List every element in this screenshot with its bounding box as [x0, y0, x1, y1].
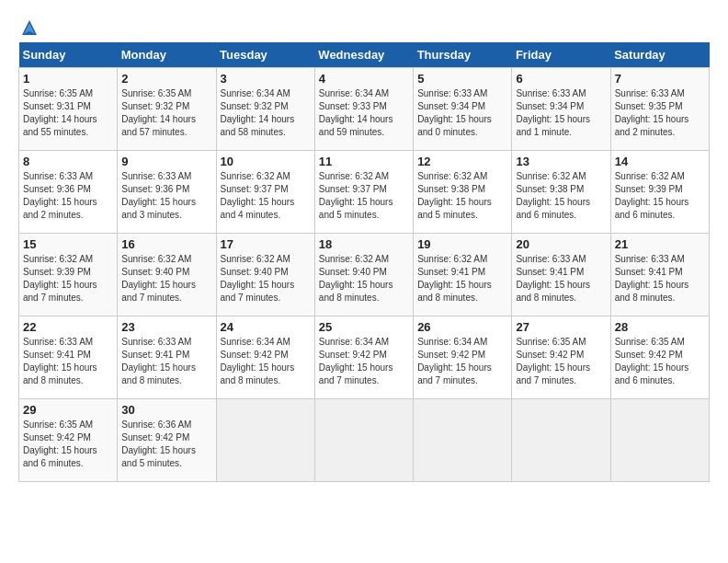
table-row: 7Sunrise: 6:33 AM Sunset: 9:35 PM Daylig… [610, 68, 709, 151]
table-row: 16Sunrise: 6:32 AM Sunset: 9:40 PM Dayli… [118, 234, 216, 316]
day-info: Sunrise: 6:34 AM Sunset: 9:33 PM Dayligh… [319, 87, 409, 139]
day-number: 21 [615, 237, 705, 251]
day-number: 3 [221, 72, 311, 86]
day-info: Sunrise: 6:35 AM Sunset: 9:42 PM Dayligh… [23, 419, 113, 470]
day-info: Sunrise: 6:34 AM Sunset: 9:42 PM Dayligh… [319, 336, 409, 387]
table-row: 14Sunrise: 6:32 AM Sunset: 9:39 PM Dayli… [610, 151, 709, 234]
day-info: Sunrise: 6:32 AM Sunset: 9:37 PM Dayligh… [221, 170, 311, 222]
day-number: 25 [319, 320, 409, 334]
table-row: 30Sunrise: 6:36 AM Sunset: 9:42 PM Dayli… [118, 399, 216, 482]
day-number: 29 [23, 403, 113, 417]
table-row [512, 399, 610, 482]
day-number: 24 [221, 320, 311, 334]
table-row: 13Sunrise: 6:32 AM Sunset: 9:38 PM Dayli… [512, 151, 610, 234]
table-row [414, 399, 512, 482]
day-info: Sunrise: 6:34 AM Sunset: 9:42 PM Dayligh… [417, 336, 507, 387]
table-row: 8Sunrise: 6:33 AM Sunset: 9:36 PM Daylig… [19, 151, 118, 234]
table-row: 6Sunrise: 6:33 AM Sunset: 9:34 PM Daylig… [512, 68, 610, 151]
day-info: Sunrise: 6:33 AM Sunset: 9:41 PM Dayligh… [516, 253, 606, 304]
day-info: Sunrise: 6:32 AM Sunset: 9:40 PM Dayligh… [221, 253, 311, 304]
table-row: 17Sunrise: 6:32 AM Sunset: 9:40 PM Dayli… [216, 234, 314, 316]
day-number: 23 [121, 320, 211, 334]
day-info: Sunrise: 6:33 AM Sunset: 9:34 PM Dayligh… [417, 87, 507, 139]
day-number: 16 [121, 237, 211, 251]
day-info: Sunrise: 6:33 AM Sunset: 9:41 PM Dayligh… [121, 336, 211, 387]
table-row: 25Sunrise: 6:34 AM Sunset: 9:42 PM Dayli… [314, 316, 413, 399]
table-row: 10Sunrise: 6:32 AM Sunset: 9:37 PM Dayli… [216, 151, 314, 234]
table-row: 9Sunrise: 6:33 AM Sunset: 9:36 PM Daylig… [118, 151, 216, 234]
day-info: Sunrise: 6:32 AM Sunset: 9:40 PM Dayligh… [319, 253, 409, 304]
header [18, 18, 710, 33]
day-number: 15 [23, 237, 113, 251]
col-monday: Monday [118, 42, 216, 68]
header-row: Sunday Monday Tuesday Wednesday Thursday… [19, 42, 710, 68]
day-info: Sunrise: 6:34 AM Sunset: 9:32 PM Dayligh… [221, 87, 311, 139]
table-row: 12Sunrise: 6:32 AM Sunset: 9:38 PM Dayli… [414, 151, 512, 234]
day-number: 27 [516, 320, 606, 334]
day-number: 6 [516, 72, 606, 86]
day-info: Sunrise: 6:32 AM Sunset: 9:40 PM Dayligh… [121, 253, 211, 304]
table-row: 18Sunrise: 6:32 AM Sunset: 9:40 PM Dayli… [314, 234, 413, 316]
day-info: Sunrise: 6:32 AM Sunset: 9:38 PM Dayligh… [516, 170, 606, 222]
day-number: 8 [23, 155, 113, 168]
day-info: Sunrise: 6:32 AM Sunset: 9:37 PM Dayligh… [319, 170, 409, 222]
day-info: Sunrise: 6:33 AM Sunset: 9:41 PM Dayligh… [23, 336, 113, 387]
table-row: 1Sunrise: 6:35 AM Sunset: 9:31 PM Daylig… [19, 68, 118, 151]
calendar-week-5: 29Sunrise: 6:35 AM Sunset: 9:42 PM Dayli… [19, 399, 710, 482]
col-sunday: Sunday [19, 42, 118, 68]
table-row: 2Sunrise: 6:35 AM Sunset: 9:32 PM Daylig… [118, 68, 216, 151]
col-friday: Friday [512, 42, 610, 68]
day-info: Sunrise: 6:34 AM Sunset: 9:42 PM Dayligh… [221, 336, 311, 387]
day-info: Sunrise: 6:32 AM Sunset: 9:39 PM Dayligh… [615, 170, 705, 222]
table-row: 4Sunrise: 6:34 AM Sunset: 9:33 PM Daylig… [314, 68, 413, 151]
table-row [610, 399, 709, 482]
day-info: Sunrise: 6:32 AM Sunset: 9:38 PM Dayligh… [417, 170, 507, 222]
table-row: 20Sunrise: 6:33 AM Sunset: 9:41 PM Dayli… [512, 234, 610, 316]
day-number: 11 [319, 155, 409, 168]
day-number: 26 [417, 320, 507, 334]
table-row: 29Sunrise: 6:35 AM Sunset: 9:42 PM Dayli… [19, 399, 118, 482]
table-row: 28Sunrise: 6:35 AM Sunset: 9:42 PM Dayli… [610, 316, 709, 399]
calendar-week-3: 15Sunrise: 6:32 AM Sunset: 9:39 PM Dayli… [19, 234, 710, 316]
table-row: 27Sunrise: 6:35 AM Sunset: 9:42 PM Dayli… [512, 316, 610, 399]
calendar-week-1: 1Sunrise: 6:35 AM Sunset: 9:31 PM Daylig… [19, 68, 710, 151]
table-row: 15Sunrise: 6:32 AM Sunset: 9:39 PM Dayli… [19, 234, 118, 316]
day-number: 2 [121, 72, 211, 86]
col-saturday: Saturday [610, 42, 709, 68]
table-row: 5Sunrise: 6:33 AM Sunset: 9:34 PM Daylig… [414, 68, 512, 151]
day-info: Sunrise: 6:35 AM Sunset: 9:42 PM Dayligh… [516, 336, 606, 387]
day-info: Sunrise: 6:33 AM Sunset: 9:34 PM Dayligh… [516, 87, 606, 139]
table-row: 26Sunrise: 6:34 AM Sunset: 9:42 PM Dayli… [414, 316, 512, 399]
logo [18, 18, 39, 33]
day-info: Sunrise: 6:36 AM Sunset: 9:42 PM Dayligh… [121, 419, 211, 470]
day-number: 18 [319, 237, 409, 251]
day-number: 12 [417, 155, 507, 168]
col-tuesday: Tuesday [216, 42, 314, 68]
day-number: 4 [319, 72, 409, 86]
day-number: 20 [516, 237, 606, 251]
day-number: 19 [417, 237, 507, 251]
day-number: 22 [23, 320, 113, 334]
calendar-week-4: 22Sunrise: 6:33 AM Sunset: 9:41 PM Dayli… [19, 316, 710, 399]
day-info: Sunrise: 6:33 AM Sunset: 9:36 PM Dayligh… [121, 170, 211, 222]
day-number: 28 [615, 320, 705, 334]
day-info: Sunrise: 6:35 AM Sunset: 9:32 PM Dayligh… [121, 87, 211, 139]
table-row: 11Sunrise: 6:32 AM Sunset: 9:37 PM Dayli… [314, 151, 413, 234]
col-wednesday: Wednesday [314, 42, 413, 68]
calendar-week-2: 8Sunrise: 6:33 AM Sunset: 9:36 PM Daylig… [19, 151, 710, 234]
day-number: 10 [221, 155, 311, 168]
table-row [314, 399, 413, 482]
day-info: Sunrise: 6:33 AM Sunset: 9:36 PM Dayligh… [23, 170, 113, 222]
col-thursday: Thursday [414, 42, 512, 68]
day-number: 1 [23, 72, 113, 86]
day-info: Sunrise: 6:35 AM Sunset: 9:42 PM Dayligh… [615, 336, 705, 387]
calendar-table: Sunday Monday Tuesday Wednesday Thursday… [18, 42, 710, 482]
day-info: Sunrise: 6:32 AM Sunset: 9:39 PM Dayligh… [23, 253, 113, 304]
day-number: 14 [615, 155, 705, 168]
table-row: 19Sunrise: 6:32 AM Sunset: 9:41 PM Dayli… [414, 234, 512, 316]
day-number: 17 [221, 237, 311, 251]
table-row [216, 399, 314, 482]
day-number: 13 [516, 155, 606, 168]
logo-icon [20, 18, 39, 37]
day-number: 5 [417, 72, 507, 86]
